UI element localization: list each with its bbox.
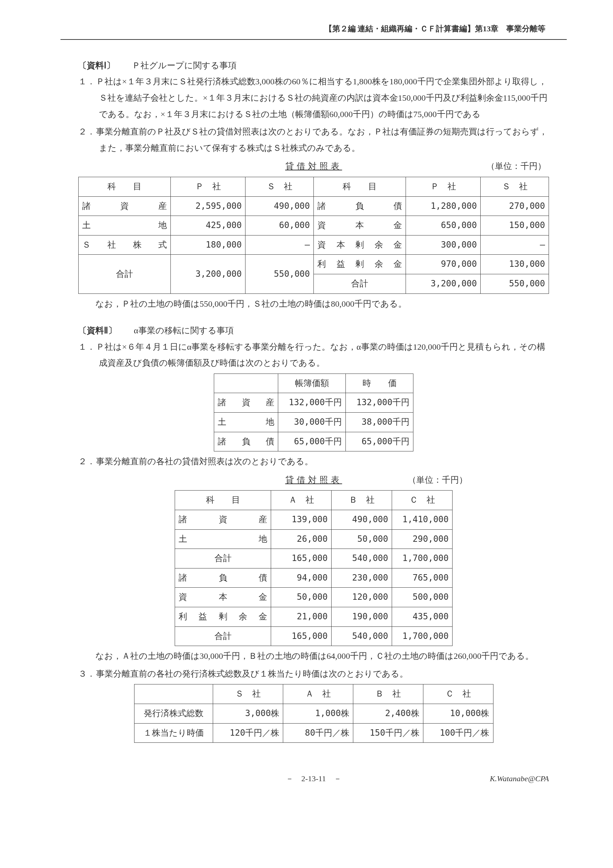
- col-header: 帳簿価額: [278, 374, 346, 393]
- balance-sheet-1-unit: （単位：千円）: [486, 158, 546, 175]
- table-row: 合計 165,000 540,000 1,700,000: [175, 626, 453, 646]
- cell: —: [245, 235, 314, 255]
- table-row: 諸資産 132,000千円 132,000千円: [214, 393, 413, 413]
- table-row: 土地 425,000 60,000 資本金 650,000 150,000: [79, 216, 549, 236]
- list-item: １．Ｐ社は×１年３月末にＳ社発行済株式総数3,000株の60％に相当する1,80…: [78, 74, 549, 122]
- col-header: 科 目: [79, 177, 171, 196]
- col-header: Ｂ 社: [353, 684, 423, 704]
- table-row: 発行済株式総数 3,000株 1,000株 2,400株 10,000株: [134, 704, 493, 723]
- col-header: Ａ 社: [283, 684, 353, 704]
- cell: 550,000: [481, 274, 549, 293]
- table-row: 諸資産 2,595,000 490,000 諸負債 1,280,000 270,…: [79, 196, 549, 216]
- table-row: 合計 165,000 540,000 1,700,000: [175, 549, 453, 569]
- cell: 3,000株: [213, 704, 283, 723]
- list-item-text: Ｐ社は×６年４月１日にα事業を移転する事業分離を行った。なお，α事業の時価は12…: [96, 342, 545, 368]
- col-header: Ｐ 社: [406, 177, 481, 196]
- cell: 540,000: [332, 626, 392, 646]
- cell: 550,000: [245, 255, 314, 293]
- col-header: 科 目: [313, 177, 406, 196]
- table-row: Ｓ社株式 180,000 — 資本剰余金 300,000 —: [79, 235, 549, 255]
- cell: 100千円／株: [423, 723, 493, 743]
- balance-sheet-1: 科 目 Ｐ 社 Ｓ 社 科 目 Ｐ 社 Ｓ 社 諸資産 2,595,000 49…: [78, 177, 549, 294]
- cell: 500,000: [392, 588, 453, 607]
- cell: 利益剰余金: [313, 255, 406, 274]
- table-row: 科 目 Ｐ 社 Ｓ 社 科 目 Ｐ 社 Ｓ 社: [79, 177, 549, 196]
- col-header: Ｓ 社: [481, 177, 549, 196]
- stock-info-table: Ｓ 社 Ａ 社 Ｂ 社 Ｃ 社 発行済株式総数 3,000株 1,000株 2,…: [134, 684, 494, 743]
- cell: 合計: [313, 274, 406, 293]
- list-item-text: 事業分離直前の各社の貸借対照表は次のとおりである。: [96, 457, 313, 466]
- cell: 425,000: [171, 216, 245, 236]
- balance-sheet-1-note: なお，Ｐ社の土地の時価は550,000千円，Ｓ社の土地の時価は80,000千円で…: [78, 296, 549, 312]
- footer-author: K.Watanabe@CPA: [490, 771, 549, 786]
- alpha-business-table: 帳簿価額 時 価 諸資産 132,000千円 132,000千円 土地 30,0…: [214, 374, 413, 451]
- table-row: 帳簿価額 時 価: [214, 374, 413, 393]
- cell: 60,000: [245, 216, 314, 236]
- list-item: ２．事業分離直前のＰ社及びＳ社の貸借対照表は次のとおりである。なお，Ｐ社は有価証…: [78, 124, 549, 156]
- table-row: 科 目 Ａ 社 Ｂ 社 Ｃ 社: [175, 491, 453, 510]
- cell: 土地: [79, 216, 171, 236]
- cell: 650,000: [406, 216, 481, 236]
- cell: 65,000千円: [346, 432, 413, 451]
- table-row: 土地 26,000 50,000 290,000: [175, 529, 453, 549]
- cell: 120千円／株: [213, 723, 283, 743]
- col-header: 時 価: [346, 374, 413, 393]
- cell: 資本剰余金: [313, 235, 406, 255]
- cell: 1,700,000: [392, 549, 453, 569]
- cell: 1,280,000: [406, 196, 481, 216]
- page-footer: － 2-13-11 － K.Watanabe@CPA: [78, 771, 549, 786]
- cell: 諸資産: [175, 510, 271, 530]
- cell: Ｓ社株式: [79, 235, 171, 255]
- col-header: Ｃ 社: [392, 491, 453, 510]
- cell: 21,000: [271, 607, 332, 627]
- cell: 120,000: [332, 588, 392, 607]
- section-1-label: 〔資料Ⅰ〕: [78, 61, 115, 70]
- cell: 諸負債: [313, 196, 406, 216]
- cell: 94,000: [271, 568, 332, 588]
- cell: 26,000: [271, 529, 332, 549]
- section-2-list-3: ３．事業分離直前の各社の発行済株式総数及び１株当たり時価は次のとおりである。: [78, 666, 549, 682]
- cell: 132,000千円: [278, 393, 346, 413]
- cell: 土地: [175, 529, 271, 549]
- cell: 130,000: [481, 255, 549, 274]
- cell: 65,000千円: [278, 432, 346, 451]
- col-header: Ｃ 社: [423, 684, 493, 704]
- table-row: 諸負債 94,000 230,000 765,000: [175, 568, 453, 588]
- cell: 合計: [79, 255, 171, 293]
- cell: 150千円／株: [353, 723, 423, 743]
- cell: 資本金: [313, 216, 406, 236]
- cell: 435,000: [392, 607, 453, 627]
- cell: 290,000: [392, 529, 453, 549]
- balance-sheet-2-note: なお，Ａ社の土地の時価は30,000千円，Ｂ社の土地の時価は64,000千円，Ｃ…: [78, 648, 549, 665]
- list-item: １．Ｐ社は×６年４月１日にα事業を移転する事業分離を行った。なお，α事業の時価は…: [78, 339, 549, 371]
- cell: 300,000: [406, 235, 481, 255]
- page-number: － 2-13-11 －: [286, 771, 341, 786]
- balance-sheet-1-title: 貸借対照表: [286, 158, 342, 175]
- cell: 1,700,000: [392, 626, 453, 646]
- table-row: 諸負債 65,000千円 65,000千円: [214, 432, 413, 451]
- cell: 970,000: [406, 255, 481, 274]
- header-rule: [61, 39, 567, 40]
- table-row: 合計 3,200,000 550,000 利益剰余金 970,000 130,0…: [79, 255, 549, 274]
- cell: 発行済株式総数: [134, 704, 213, 723]
- balance-sheet-2-wrap: 貸借対照表 （単位：千円） 科 目 Ａ 社 Ｂ 社 Ｃ 社 諸資産 139,00…: [78, 472, 549, 646]
- balance-sheet-2: 科 目 Ａ 社 Ｂ 社 Ｃ 社 諸資産 139,000 490,000 1,41…: [175, 490, 453, 646]
- cell: 270,000: [481, 196, 549, 216]
- section-2-label: 〔資料Ⅱ〕: [78, 326, 117, 335]
- cell: 50,000: [332, 529, 392, 549]
- section-1-title: 〔資料Ⅰ〕 Ｐ社グループに関する事項: [78, 57, 549, 74]
- cell: 諸資産: [214, 393, 278, 413]
- section-1-subject: Ｐ社グループに関する事項: [115, 61, 237, 70]
- section-1-list: １．Ｐ社は×１年３月末にＳ社発行済株式総数3,000株の60％に相当する1,80…: [78, 74, 549, 156]
- list-item-text: 事業分離直前の各社の発行済株式総数及び１株当たり時価は次のとおりである。: [96, 669, 408, 678]
- cell: 132,000千円: [346, 393, 413, 413]
- section-2-subject: α事業の移転に関する事項: [117, 326, 234, 335]
- cell: 1,000株: [283, 704, 353, 723]
- col-header: Ｐ 社: [171, 177, 245, 196]
- cell: １株当たり時価: [134, 723, 213, 743]
- cell: 490,000: [332, 510, 392, 530]
- cell: 3,200,000: [406, 274, 481, 293]
- cell: 80千円／株: [283, 723, 353, 743]
- balance-sheet-2-title: 貸借対照表: [286, 472, 342, 488]
- balance-sheet-2-unit: （単位：千円）: [408, 472, 467, 488]
